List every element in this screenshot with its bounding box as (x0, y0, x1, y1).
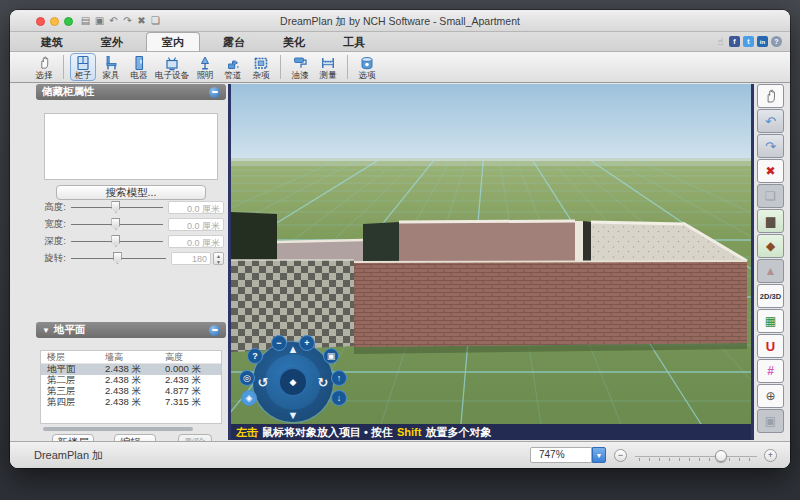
cabinets-tool-button[interactable]: 柜子 (70, 53, 96, 81)
lighting-tool-button[interactable]: 照明 (192, 53, 218, 81)
rotation-stepper[interactable]: ▲▼ (213, 252, 224, 265)
width-slider[interactable] (71, 217, 163, 231)
wheel-zoom-out-icon[interactable]: − (271, 335, 287, 351)
rotation-slider-thumb[interactable] (113, 252, 122, 264)
appliances-tool-button[interactable]: 电器 (126, 53, 152, 81)
help-icon[interactable]: ? (771, 36, 782, 47)
width-slider-thumb[interactable] (111, 218, 120, 230)
height-slider[interactable] (71, 200, 163, 214)
minimize-window-button[interactable] (50, 17, 59, 26)
redo-button[interactable]: ↷ (757, 134, 784, 158)
like-icon[interactable]: ☝ (715, 36, 726, 47)
depth-slider-thumb[interactable] (111, 235, 120, 247)
rotation-value-field[interactable]: 180 (171, 252, 211, 265)
twitter-icon[interactable]: t (743, 36, 754, 47)
facebook-icon[interactable]: f (729, 36, 740, 47)
plumbing-tool-button[interactable]: 管道 (220, 53, 246, 81)
wheel-camera-icon[interactable]: ▣ (323, 348, 339, 364)
magnet-icon: U (766, 339, 775, 354)
terrain-tool-button[interactable]: ▲ (757, 259, 784, 283)
floors-table-scrollbar[interactable] (40, 426, 222, 432)
linkedin-icon[interactable]: in (757, 36, 768, 47)
search-model-button[interactable]: 搜索模型... (56, 185, 206, 200)
zoom-window-button[interactable] (64, 17, 73, 26)
bottom-status-bar: DreamPlan 加 747% ▼ − + (10, 441, 790, 468)
floors-table[interactable]: 楼层 墙高 高度 地平面 2.438 米 0.000 米 第二层 2.438 米… (40, 350, 222, 424)
save-icon[interactable]: ▣ (94, 13, 105, 28)
tab-indoor[interactable]: 室内 (146, 32, 200, 51)
wheel-pan-down-icon[interactable]: ▼ (286, 409, 300, 421)
close-window-button[interactable] (36, 17, 45, 26)
compass-button[interactable]: ⊕ (757, 384, 784, 408)
redo-icon[interactable]: ↷ (122, 13, 133, 28)
block-tool-button[interactable]: ▆ (757, 209, 784, 233)
width-value-field[interactable]: 0.0 厘米 (168, 218, 224, 231)
undo-icon: ↶ (765, 114, 776, 129)
wheel-help-icon[interactable]: ? (247, 348, 263, 364)
height-value-field[interactable]: 0.0 厘米 (168, 201, 224, 214)
floors-panel-header: ▼ 地平面 (36, 322, 226, 338)
zoom-slider-thumb[interactable] (715, 450, 727, 462)
board-tool-button[interactable]: ◆ (757, 234, 784, 258)
viewport-hint-bar: 左击鼠标将对象放入项目 • 按住Shift放置多个对象 (231, 424, 751, 440)
tab-deck[interactable]: 露台 (208, 33, 260, 51)
collapse-properties-icon[interactable] (209, 87, 220, 98)
furniture-tool-button[interactable]: 家具 (98, 53, 124, 81)
wheel-pan-up-icon[interactable]: ▲ (286, 343, 300, 355)
zoom-slider[interactable] (635, 450, 757, 462)
tab-outdoor[interactable]: 室外 (86, 33, 138, 51)
copy-object-button[interactable]: ❏ (757, 184, 784, 208)
navigation-wheel[interactable]: ▲ ▼ ↺ ↻ ◆ ? − + ▣ ◎ ◈ ↑ ↓ (253, 342, 333, 422)
electronics-tool-button[interactable]: 电子设备 (154, 53, 190, 81)
floor-row-4[interactable]: 第四层 2.438 米 7.315 米 (41, 397, 221, 408)
title-bar[interactable]: DreamPlan 加 by NCH Software - Small_Apar… (10, 10, 790, 32)
print-icon[interactable]: ▤ (80, 13, 91, 28)
snapshot-button[interactable]: ▣ (757, 409, 784, 433)
scene-3d[interactable]: ▲ ▼ ↺ ↻ ◆ ? − + ▣ ◎ ◈ ↑ ↓ (231, 84, 751, 424)
guides-toggle-button[interactable]: # (757, 359, 784, 383)
tab-landscaping[interactable]: 美化 (268, 33, 320, 51)
rotation-slider[interactable] (71, 251, 166, 265)
undo-button[interactable]: ↶ (757, 109, 784, 133)
collapse-triangle-icon[interactable]: ▼ (42, 326, 50, 335)
zoom-dropdown-button[interactable]: ▼ (592, 447, 606, 463)
wheel-down-icon[interactable]: ↓ (331, 390, 347, 406)
wheel-rotate-right-icon[interactable]: ↻ (316, 375, 330, 390)
zoom-out-button[interactable]: − (614, 449, 627, 462)
wheel-zoom-in-icon[interactable]: + (299, 335, 315, 351)
collapse-floors-icon[interactable] (209, 325, 220, 336)
wheel-orbit-icon[interactable]: ◎ (239, 370, 255, 386)
wheel-rotate-left-icon[interactable]: ↺ (256, 375, 270, 390)
measure-tool-button[interactable]: 测量 (315, 53, 341, 81)
copy-icon[interactable]: ❏ (150, 13, 161, 28)
depth-slider[interactable] (71, 234, 163, 248)
depth-value-field[interactable]: 0.0 厘米 (168, 235, 224, 248)
tab-building[interactable]: 建筑 (26, 33, 78, 51)
scrollbar-thumb[interactable] (43, 427, 193, 431)
pan-tool-button[interactable] (757, 84, 784, 108)
undo-icon[interactable]: ↶ (108, 13, 119, 28)
wheel-center-pad[interactable]: ◆ (278, 367, 308, 397)
height-slider-thumb[interactable] (111, 201, 120, 213)
select-tool-button[interactable]: 选择 (31, 53, 57, 81)
toolbar-separator (63, 55, 64, 79)
wheel-up-icon[interactable]: ↑ (331, 370, 347, 386)
grid-toggle-button[interactable]: ▦ (757, 309, 784, 333)
floors-panel-title: 地平面 (54, 323, 86, 337)
pan-hand-icon (763, 88, 779, 104)
view-2d3d-button[interactable]: 2D/3D (757, 284, 784, 308)
delete-icon[interactable]: ✖ (136, 13, 147, 28)
frame-icon (253, 55, 269, 71)
height-label: 高度: (38, 201, 66, 214)
paint-tool-button[interactable]: 油漆 (287, 53, 313, 81)
zoom-level-field[interactable]: 747% (530, 447, 592, 463)
height-slider-row: 高度: 0.0 厘米 (38, 200, 224, 214)
zoom-in-button[interactable]: + (764, 449, 777, 462)
tab-tools[interactable]: 工具 (328, 33, 380, 51)
wheel-drive-icon[interactable]: ◈ (241, 390, 257, 406)
hint-text: 鼠标将对象放入项目 • 按住 (262, 426, 393, 438)
options-button[interactable]: 选项 (354, 53, 380, 81)
snap-toggle-button[interactable]: U (757, 334, 784, 358)
delete-object-button[interactable]: ✖ (757, 159, 784, 183)
misc-tool-button[interactable]: 杂项 (248, 53, 274, 81)
